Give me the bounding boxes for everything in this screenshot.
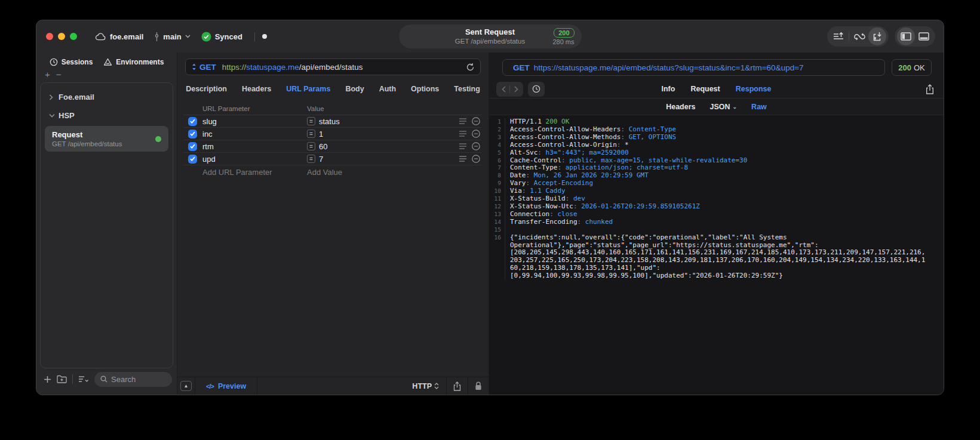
layout-toggle-group xyxy=(895,26,935,47)
response-nav: InfoRequestResponse xyxy=(489,80,944,99)
line-number: 8 xyxy=(489,172,505,180)
view-tab-json[interactable]: JSON⌄ xyxy=(710,103,738,111)
lock-icon[interactable] xyxy=(468,381,489,390)
layout-sidebar-icon[interactable] xyxy=(897,27,915,45)
response-tab-info[interactable]: Info xyxy=(662,85,675,93)
sent-url-bar[interactable]: GET https://statuspage.me/api/embed/stat… xyxy=(502,59,885,76)
line-number xyxy=(489,264,505,272)
param-value-field[interactable]: 60 xyxy=(319,142,327,151)
tab-environments[interactable]: Environments xyxy=(103,58,164,66)
tab-sessions[interactable]: Sessions xyxy=(50,58,93,66)
project-switcher[interactable]: foe.email xyxy=(95,32,143,41)
view-tab-raw[interactable]: Raw xyxy=(751,103,767,111)
param-name-field[interactable]: slug xyxy=(202,117,307,126)
line-number: 10 xyxy=(489,187,505,195)
param-checkbox[interactable] xyxy=(188,130,197,139)
line-content: Transfer-Encoding: chunked xyxy=(505,219,613,226)
editor-tab-options[interactable]: Options xyxy=(411,85,439,93)
response-body[interactable]: 1HTTP/1.1 200 OK2Access-Control-Allow-He… xyxy=(489,115,944,395)
url-host: statuspage.me xyxy=(246,63,299,72)
param-name-field[interactable]: inc xyxy=(202,130,307,139)
row-menu-icon[interactable] xyxy=(459,131,466,137)
response-tab-request[interactable]: Request xyxy=(690,85,720,93)
editor-tab-body[interactable]: Body xyxy=(345,85,364,93)
param-value-field[interactable]: status xyxy=(319,117,340,126)
request-editor-tabs: DescriptionHeadersURL ParamsBodyAuthOpti… xyxy=(177,79,489,99)
close-window-button[interactable] xyxy=(46,33,53,40)
param-row: inc=1 xyxy=(183,128,481,140)
layout-bottom-icon[interactable] xyxy=(915,27,933,45)
url-params-table: URL Parameter Value slug=statusinc=1rtm=… xyxy=(177,99,489,377)
method-selector-icon[interactable] xyxy=(192,63,196,70)
sidebar-footer: Search xyxy=(40,368,173,395)
response-status-pill: 200 OK xyxy=(892,59,932,76)
editor-tab-testing[interactable]: Testing xyxy=(454,85,480,93)
editor-tab-description[interactable]: Description xyxy=(186,85,227,93)
request-url-bar[interactable]: GET https://statuspage.me/api/embed/stat… xyxy=(185,59,481,75)
share-request-icon[interactable] xyxy=(447,381,468,391)
editor-tab-headers[interactable]: Headers xyxy=(242,85,271,93)
forward-button[interactable] xyxy=(510,86,522,93)
line-number: 9 xyxy=(489,180,505,187)
branch-switcher[interactable]: main xyxy=(154,32,190,41)
row-menu-icon[interactable] xyxy=(459,118,466,124)
new-request-button[interactable] xyxy=(44,376,51,383)
request-method[interactable]: GET xyxy=(199,63,216,72)
minimize-window-button[interactable] xyxy=(58,33,65,40)
request-url[interactable]: https://statuspage.me/api/embed/status xyxy=(222,63,363,72)
line-number xyxy=(489,272,505,280)
param-checkbox[interactable] xyxy=(188,142,197,151)
param-name-field[interactable]: rtm xyxy=(202,142,307,151)
sent-method: GET xyxy=(513,63,530,72)
row-menu-icon[interactable] xyxy=(459,156,466,162)
resend-icon[interactable] xyxy=(466,63,474,71)
link-loop-icon[interactable] xyxy=(850,27,868,45)
session-dot-icon[interactable] xyxy=(262,34,267,39)
remove-session-button[interactable]: − xyxy=(56,72,62,81)
editor-tab-auth[interactable]: Auth xyxy=(379,85,396,93)
remove-row-icon[interactable] xyxy=(472,130,480,138)
add-session-button[interactable]: + xyxy=(45,72,50,81)
protocol-selector[interactable]: HTTP xyxy=(405,382,446,390)
import-response-icon[interactable] xyxy=(868,27,886,45)
chevron-down-icon xyxy=(185,35,191,38)
remove-row-icon[interactable] xyxy=(472,155,480,163)
back-button[interactable] xyxy=(497,86,509,93)
toolbar-group-separator xyxy=(849,32,849,41)
param-name-field[interactable]: upd xyxy=(202,155,307,164)
sent-request-pill[interactable]: Sent Request GET /api/embed/status 200 2… xyxy=(399,24,582,48)
response-tab-response[interactable]: Response xyxy=(736,85,772,93)
history-clock-icon[interactable] xyxy=(528,82,545,97)
tree-item-request[interactable]: Request GET /api/embed/status xyxy=(45,126,168,152)
preview-button[interactable]: </> Preview xyxy=(195,382,257,390)
protocol-label: HTTP xyxy=(412,382,432,390)
new-folder-button[interactable] xyxy=(57,375,67,383)
history-nav-group xyxy=(496,82,523,97)
add-param-value-field[interactable]: Add Value xyxy=(307,168,481,177)
sidebar-add-remove: + − xyxy=(40,72,173,81)
row-menu-icon[interactable] xyxy=(459,143,466,149)
editor-tab-url-params[interactable]: URL Params xyxy=(286,85,330,93)
sort-filter-button[interactable] xyxy=(78,376,89,383)
collapse-panel-button[interactable]: ▲ xyxy=(180,381,192,391)
param-checkbox[interactable] xyxy=(188,155,197,164)
response-line: 14Transfer-Encoding: chunked xyxy=(489,219,944,226)
tree-group-foe-email[interactable]: Foe.email xyxy=(41,88,173,106)
search-input[interactable]: Search xyxy=(94,372,172,387)
export-response-icon[interactable] xyxy=(926,84,934,94)
line-number: 6 xyxy=(489,157,505,165)
add-param-name-field[interactable]: Add URL Parameter xyxy=(202,168,307,177)
param-checkbox[interactable] xyxy=(188,117,197,126)
send-all-icon[interactable] xyxy=(830,27,847,45)
remove-row-icon[interactable] xyxy=(472,142,480,150)
tree-group-hsp[interactable]: HSP xyxy=(41,106,173,125)
param-value-field[interactable]: 7 xyxy=(319,155,323,164)
status-code-badge: 200 xyxy=(554,28,574,38)
remove-row-icon[interactable] xyxy=(472,117,480,125)
view-tab-headers[interactable]: Headers xyxy=(666,103,695,111)
sync-status[interactable]: Synced xyxy=(201,32,242,42)
param-value-field[interactable]: 1 xyxy=(319,130,323,139)
line-number: 12 xyxy=(489,203,505,211)
request-actions-group xyxy=(827,26,889,47)
zoom-window-button[interactable] xyxy=(70,33,77,40)
